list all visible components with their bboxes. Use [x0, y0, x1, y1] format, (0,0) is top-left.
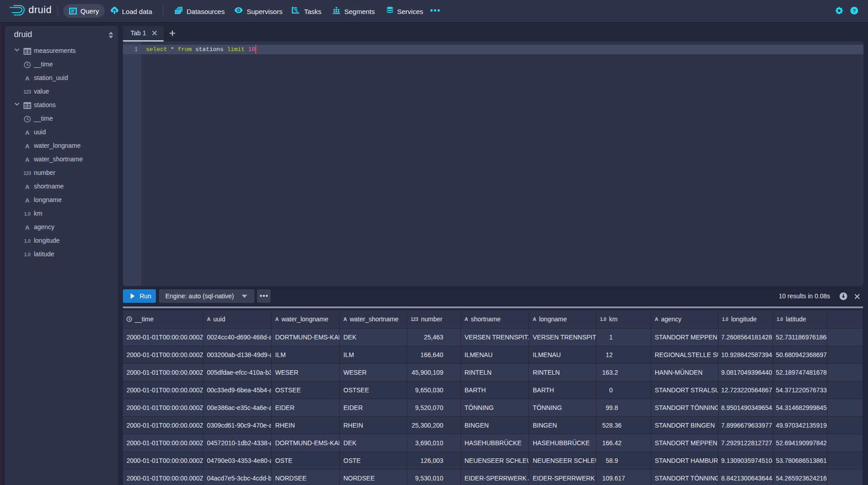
svg-text:?: ?: [853, 8, 856, 14]
